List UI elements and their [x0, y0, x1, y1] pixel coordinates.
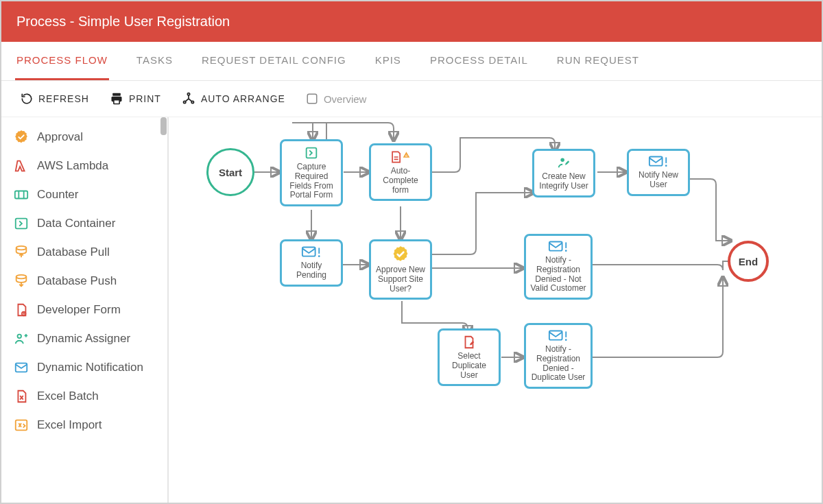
auto-arrange-label: AUTO ARRANGE: [201, 93, 285, 104]
end-label: End: [739, 256, 758, 267]
node-label: Auto-Complete form: [383, 166, 418, 195]
page-title: Process - Simple User Registration: [1, 1, 822, 42]
counter-icon: [14, 187, 29, 202]
connectors: [169, 117, 822, 503]
palette-item-excel-batch[interactable]: Excel Batch: [1, 382, 167, 411]
svg-point-3: [187, 93, 189, 95]
node-label: Notify - Registration Denied - Not Valid…: [530, 255, 586, 293]
palette-item-database-push[interactable]: Database Push: [1, 267, 167, 296]
node-approve-new-support-site-user[interactable]: Approve New Support Site User?: [369, 239, 432, 300]
database-push-icon: [14, 274, 29, 289]
developer-form-icon: [14, 302, 29, 317]
approval-icon: [14, 130, 29, 145]
svg-point-12: [16, 275, 27, 279]
auto-arrange-icon: [182, 92, 195, 106]
sidebar-item-label: Excel Import: [37, 418, 102, 432]
excel-import-icon: [14, 418, 29, 433]
node-label: Notify Pending: [296, 261, 326, 280]
sidebar-item-label: Data Container: [37, 217, 115, 230]
node-notify-new-user[interactable]: Notify New User: [627, 149, 690, 196]
tab-kpis[interactable]: KPIS: [374, 42, 403, 80]
palette-item-aws-lambda[interactable]: AWS Lambda: [1, 152, 167, 180]
print-button[interactable]: PRINT: [110, 92, 161, 106]
svg-rect-0: [112, 93, 121, 96]
node-select-duplicate-user[interactable]: Select Duplicate User: [438, 328, 501, 386]
svg-point-21: [560, 158, 564, 163]
svg-rect-28: [549, 242, 562, 251]
sidebar-item-label: Approval: [37, 130, 83, 144]
node-label: Select Duplicate User: [452, 351, 486, 380]
mail-alert-icon: [632, 155, 685, 169]
svg-point-27: [318, 255, 320, 257]
print-label: PRINT: [129, 93, 161, 104]
auto-arrange-button[interactable]: AUTO ARRANGE: [182, 92, 285, 106]
svg-rect-31: [549, 331, 562, 340]
svg-rect-25: [302, 248, 315, 256]
database-pull-icon: [14, 245, 29, 260]
sidebar-item-label: Dynamic Assigner: [37, 332, 130, 346]
palette-item-developer-form[interactable]: Developer Form: [1, 296, 167, 324]
user-edit-icon: [537, 155, 591, 170]
tab-request-detail-config[interactable]: REQUEST DETAIL CONFIG: [200, 42, 348, 80]
node-label: Capture Required Fields From Portal Form: [289, 162, 333, 200]
sidebar-item-label: AWS Lambda: [37, 159, 108, 173]
overview-label: Overview: [324, 93, 367, 105]
svg-rect-7: [15, 191, 27, 199]
node-capture-required-fields[interactable]: Capture Required Fields From Portal Form: [280, 139, 343, 206]
approval-badge-icon: [374, 245, 427, 263]
start-node[interactable]: Start: [206, 148, 254, 196]
palette-item-database-pull[interactable]: Database Pull: [1, 238, 167, 267]
refresh-label: REFRESH: [38, 93, 89, 104]
flow-canvas[interactable]: Start Capture Required Fields From Porta…: [169, 117, 822, 503]
refresh-button[interactable]: REFRESH: [21, 93, 89, 105]
lambda-icon: [14, 158, 29, 173]
tab-process-detail[interactable]: PROCESS DETAIL: [429, 42, 529, 80]
svg-rect-2: [114, 100, 119, 104]
sidebar-item-label: Excel Batch: [37, 389, 99, 403]
assigner-icon: [14, 331, 29, 346]
auto-form-icon: [374, 149, 427, 165]
data-container-icon: [14, 216, 29, 231]
mail-alert-icon: [285, 245, 338, 259]
end-node[interactable]: End: [728, 241, 769, 282]
svg-point-33: [565, 339, 567, 341]
notification-icon: [14, 360, 29, 375]
sidebar-item-label: Dynamic Notification: [37, 361, 143, 374]
tab-process-flow[interactable]: PROCESS FLOW: [15, 42, 109, 80]
palette-item-excel-import[interactable]: Excel Import: [1, 411, 167, 440]
palette-item-dynamic-assigner[interactable]: Dynamic Assigner: [1, 324, 167, 353]
overview-toggle[interactable]: Overview: [306, 93, 367, 105]
task-palette[interactable]: Approval AWS Lambda Counter Data Contain…: [1, 117, 169, 503]
toolbar: REFRESH PRINT AUTO ARRANGE Overview: [1, 81, 822, 117]
node-label: Create New Integrify User: [539, 171, 588, 191]
node-label: Notify New User: [639, 170, 678, 189]
tab-run-request[interactable]: RUN REQUEST: [556, 42, 641, 80]
excel-batch-icon: [14, 389, 29, 404]
svg-rect-6: [307, 94, 317, 104]
form-edit-icon: [442, 335, 496, 350]
tab-tasks[interactable]: TASKS: [135, 42, 174, 80]
palette-item-dynamic-notification[interactable]: Dynamic Notification: [1, 353, 167, 382]
checkbox-unchecked-icon: [306, 93, 318, 105]
node-label: Notify - Registration Denied - Duplicate…: [532, 344, 586, 382]
sidebar-item-label: Developer Form: [37, 303, 121, 317]
start-label: Start: [219, 167, 242, 178]
sidebar-item-label: Counter: [37, 188, 78, 202]
palette-item-approval[interactable]: Approval: [1, 123, 167, 152]
node-notify-registration-denied-duplicate[interactable]: Notify - Registration Denied - Duplicate…: [524, 323, 593, 389]
tab-strip: PROCESS FLOW TASKS REQUEST DETAIL CONFIG…: [1, 42, 822, 81]
svg-point-14: [18, 335, 22, 339]
svg-point-30: [565, 250, 567, 252]
node-create-new-integrify-user[interactable]: Create New Integrify User: [532, 149, 595, 197]
node-label: Approve New Support Site User?: [376, 265, 425, 293]
mail-alert-icon: [529, 240, 588, 254]
node-notify-pending[interactable]: Notify Pending: [280, 239, 343, 287]
print-icon: [110, 92, 123, 106]
sidebar-item-label: Database Pull: [37, 245, 110, 259]
palette-item-counter[interactable]: Counter: [1, 180, 167, 209]
node-auto-complete-form[interactable]: Auto-Complete form: [369, 143, 432, 201]
mail-alert-icon: [529, 329, 588, 343]
palette-item-data-container[interactable]: Data Container: [1, 209, 167, 238]
svg-rect-22: [649, 157, 663, 166]
node-notify-registration-denied-invalid[interactable]: Notify - Registration Denied - Not Valid…: [524, 234, 593, 300]
